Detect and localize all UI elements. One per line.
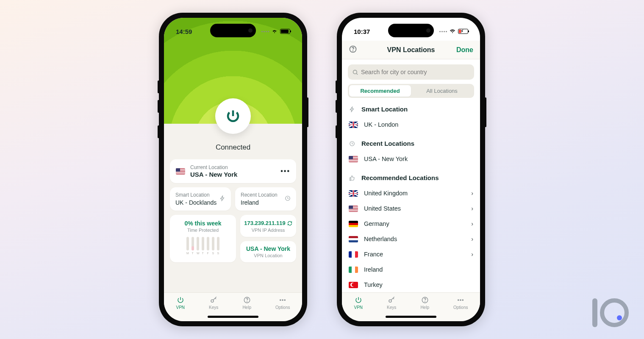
search-input[interactable] (348, 64, 474, 80)
dynamic-island (388, 24, 434, 37)
more-icon[interactable]: ••• (280, 167, 290, 175)
list-item-label: United States (364, 205, 401, 212)
flag-uk-icon (349, 190, 358, 197)
list-item-label: UK - London (364, 121, 398, 128)
battery-icon (280, 29, 290, 34)
tab-vpn[interactable]: VPN (354, 296, 363, 310)
tab-label: Keys (209, 305, 218, 310)
chevron-right-icon: › (471, 251, 473, 258)
bolt-icon (219, 195, 225, 203)
smart-location-card[interactable]: Smart Location UK - Docklands (170, 187, 231, 211)
list-item-label: Turkey (364, 281, 383, 288)
help-button[interactable] (349, 45, 357, 55)
svg-point-15 (460, 300, 461, 300)
dynamic-island (210, 24, 256, 37)
tab-keys[interactable]: Keys (209, 296, 218, 310)
search-icon (352, 69, 358, 75)
tab-label: Options (275, 305, 290, 310)
tab-vpn[interactable]: VPN (176, 296, 185, 310)
home-indicator[interactable] (386, 316, 436, 318)
vpn-ip-card[interactable]: 173.239.211.119 VPN IP Address (240, 215, 296, 237)
list-item[interactable]: Ireland (348, 262, 474, 277)
flag-fr-icon (349, 251, 358, 258)
phone-right: 10:37 ⚡︎ VPN Locations Done Recommended … (337, 13, 485, 326)
flag-uk-icon (349, 122, 358, 128)
search-field[interactable] (361, 69, 470, 75)
list-item-label: Germany (364, 220, 389, 227)
tab-label: VPN (354, 305, 363, 310)
svg-point-9 (353, 70, 357, 74)
smart-location-label: Smart Location (175, 192, 217, 198)
power-icon (177, 296, 184, 304)
time-protected-day-labels: MTWTFSS (175, 252, 231, 255)
flag-nl-icon (349, 236, 358, 242)
list-item[interactable]: Netherlands› (348, 231, 474, 247)
done-button[interactable]: Done (456, 46, 473, 54)
tab-help[interactable]: Help (420, 296, 429, 310)
list-item-label: Netherlands (364, 236, 397, 242)
recent-location-card[interactable]: Recent Location Ireland (235, 187, 296, 211)
power-icon (355, 296, 362, 304)
list-item[interactable]: Germany› (348, 216, 474, 231)
tab-options[interactable]: Options (275, 296, 290, 310)
segment-all[interactable]: All Locations (411, 85, 473, 97)
tab-help[interactable]: Help (242, 296, 251, 310)
tab-label: VPN (176, 305, 185, 310)
svg-point-8 (353, 50, 353, 51)
connection-status: Connected (164, 143, 302, 152)
segment-control[interactable]: Recommended All Locations (348, 84, 474, 98)
recent-location-item[interactable]: USA - New York (348, 151, 474, 167)
smart-location-item[interactable]: UK - London (348, 117, 474, 132)
current-location-card[interactable]: Current Location USA - New York ••• (170, 159, 296, 183)
nav-header: VPN Locations Done (342, 41, 480, 59)
clock: 14:59 (176, 28, 192, 35)
vpn-location-card[interactable]: USA - New York VPN Location (240, 241, 296, 262)
chevron-right-icon: › (471, 190, 473, 197)
section-title: Recommended Locations (361, 174, 439, 181)
help-icon (421, 296, 429, 304)
key-icon (388, 296, 395, 304)
options-icon (457, 296, 464, 304)
list-item-label: United Kingdom (364, 190, 408, 197)
help-icon (349, 45, 357, 53)
cellular-icon (261, 31, 269, 32)
thumbs-up-icon (349, 175, 355, 181)
svg-point-6 (284, 300, 285, 300)
svg-point-11 (389, 300, 391, 302)
list-item[interactable]: Turkey (348, 277, 474, 292)
time-protected-card[interactable]: 0% this week Time Protected MTWTFSS (170, 215, 236, 262)
svg-point-1 (211, 300, 214, 302)
tab-label: Help (420, 305, 429, 310)
key-icon (210, 296, 217, 304)
vpn-location-value: USA - New York (244, 245, 293, 252)
segment-recommended[interactable]: Recommended (349, 85, 411, 97)
power-button[interactable] (215, 98, 251, 134)
svg-point-3 (247, 301, 247, 302)
wifi-icon (449, 29, 456, 34)
flag-us-icon (349, 156, 358, 162)
section-recent-locations: Recent Locations (348, 132, 474, 151)
list-item-label: France (364, 251, 383, 258)
list-item[interactable]: United Kingdom› (348, 186, 474, 201)
svg-point-4 (280, 300, 281, 300)
section-recommended-locations: Recommended Locations (348, 167, 474, 186)
tab-keys[interactable]: Keys (387, 296, 396, 310)
home-indicator[interactable] (208, 316, 258, 318)
tab-options[interactable]: Options (453, 296, 468, 310)
smart-location-value: UK - Docklands (175, 199, 217, 206)
flag-de-icon (349, 221, 358, 227)
refresh-icon (287, 221, 292, 226)
clock-icon (349, 141, 355, 147)
watermark-logo (592, 298, 629, 327)
tab-label: Keys (387, 305, 396, 310)
list-item-label: USA - New York (364, 156, 408, 162)
flag-us-icon (349, 206, 358, 212)
chevron-right-icon: › (471, 220, 473, 227)
tab-label: Options (453, 305, 468, 310)
list-item[interactable]: United States› (348, 201, 474, 216)
cellular-icon (439, 31, 447, 32)
chevron-right-icon: › (471, 205, 473, 212)
recent-location-label: Recent Location (241, 192, 278, 198)
section-title: Smart Location (361, 106, 408, 113)
list-item[interactable]: France› (348, 247, 474, 262)
